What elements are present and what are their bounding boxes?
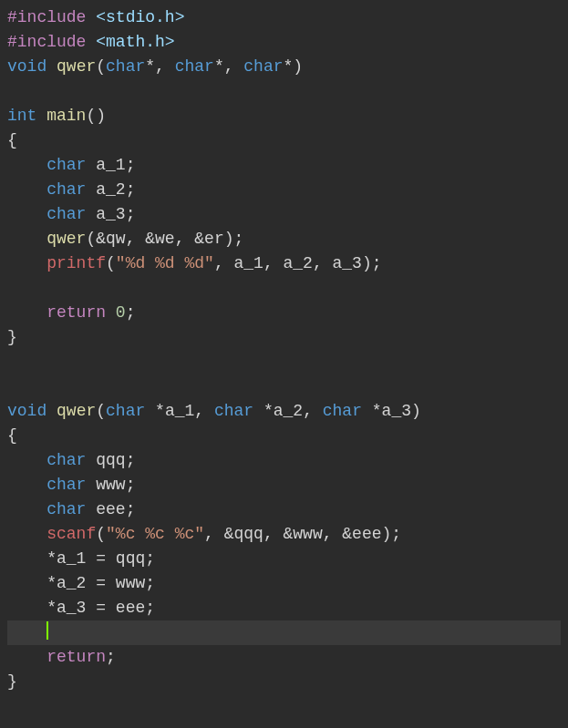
identifier: www bbox=[116, 574, 145, 592]
code-editor[interactable]: #include <stdio.h> #include <math.h> voi… bbox=[0, 0, 568, 700]
identifier: www bbox=[293, 525, 322, 543]
type-keyword: char bbox=[46, 205, 86, 223]
function-name: main bbox=[46, 107, 86, 125]
type-keyword: char bbox=[46, 180, 86, 199]
type-keyword: char bbox=[214, 402, 253, 420]
type-keyword: char bbox=[46, 476, 86, 494]
type-keyword: void bbox=[7, 402, 46, 420]
identifier: a_3 bbox=[382, 402, 411, 420]
identifier: a_2 bbox=[284, 254, 313, 272]
function-call: printf bbox=[46, 254, 106, 272]
identifier: eee bbox=[116, 599, 145, 617]
string-literal: "%c %c %c" bbox=[106, 525, 204, 543]
identifier: a_1 bbox=[233, 254, 263, 272]
identifier: a_2 bbox=[96, 180, 125, 199]
code-line: *a_1 = qqq; bbox=[7, 549, 155, 568]
code-line: char eee; bbox=[7, 500, 135, 518]
type-keyword: char bbox=[46, 156, 86, 174]
type-keyword: char bbox=[46, 451, 86, 469]
code-line: *a_3 = eee; bbox=[7, 599, 155, 617]
preproc-keyword: #include bbox=[7, 8, 86, 26]
code-line: { bbox=[7, 426, 17, 445]
code-line: *a_2 = www; bbox=[7, 574, 155, 592]
code-line: void qwer(char *a_1, char *a_2, char *a_… bbox=[7, 402, 421, 420]
number-literal: 0 bbox=[116, 303, 126, 322]
type-keyword: void bbox=[7, 57, 46, 76]
return-keyword: return bbox=[46, 303, 106, 322]
code-line: char qqq; bbox=[7, 451, 135, 469]
type-keyword: int bbox=[7, 107, 36, 125]
function-call: scanf bbox=[46, 525, 96, 543]
include-path: <stdio.h> bbox=[96, 8, 184, 26]
type-keyword: char bbox=[106, 402, 145, 420]
code-line: return 0; bbox=[7, 303, 135, 322]
code-line: char a_1; bbox=[7, 156, 135, 174]
preproc-keyword: #include bbox=[7, 33, 86, 51]
identifier: a_2 bbox=[57, 574, 86, 592]
identifier: a_3 bbox=[57, 599, 86, 617]
identifier: eee bbox=[96, 500, 125, 518]
identifier: a_1 bbox=[165, 402, 194, 420]
code-line: int main() bbox=[7, 107, 106, 125]
code-line: void qwer(char*, char*, char*) bbox=[7, 57, 303, 76]
function-name: qwer bbox=[57, 402, 96, 420]
identifier: qqq bbox=[233, 525, 263, 543]
type-keyword: char bbox=[175, 57, 214, 76]
code-line: char www; bbox=[7, 476, 135, 494]
string-literal: "%d %d %d" bbox=[116, 254, 214, 272]
text-cursor bbox=[46, 621, 48, 640]
code-line: #include <math.h> bbox=[7, 33, 175, 51]
identifier: er bbox=[204, 230, 224, 248]
code-line: printf("%d %d %d", a_1, a_2, a_3); bbox=[7, 254, 382, 272]
function-name: qwer bbox=[57, 57, 96, 76]
code-line: char a_2; bbox=[7, 180, 135, 199]
code-line: qwer(&qw, &we, &er); bbox=[7, 230, 243, 248]
code-line: return; bbox=[7, 648, 116, 666]
type-keyword: char bbox=[106, 57, 145, 76]
identifier: qqq bbox=[96, 451, 125, 469]
type-keyword: char bbox=[323, 402, 362, 420]
current-line bbox=[7, 620, 561, 645]
code-line: #include <stdio.h> bbox=[7, 8, 184, 26]
code-line: } bbox=[7, 672, 17, 691]
type-keyword: char bbox=[243, 57, 283, 76]
identifier: a_3 bbox=[333, 254, 362, 272]
identifier: qw bbox=[106, 230, 126, 248]
identifier: qqq bbox=[116, 549, 145, 568]
include-path: <math.h> bbox=[96, 33, 174, 51]
code-line: } bbox=[7, 328, 17, 346]
identifier: a_1 bbox=[57, 549, 86, 568]
code-line: { bbox=[7, 131, 17, 149]
identifier: a_1 bbox=[96, 156, 125, 174]
identifier: we bbox=[155, 230, 175, 248]
function-call: qwer bbox=[46, 230, 86, 248]
return-keyword: return bbox=[46, 648, 106, 666]
code-line: scanf("%c %c %c", &qqq, &www, &eee); bbox=[7, 525, 401, 543]
identifier: a_3 bbox=[96, 205, 125, 223]
type-keyword: char bbox=[46, 500, 86, 518]
identifier: www bbox=[96, 476, 125, 494]
identifier: a_2 bbox=[274, 402, 303, 420]
identifier: eee bbox=[352, 525, 381, 543]
code-line: char a_3; bbox=[7, 205, 135, 223]
